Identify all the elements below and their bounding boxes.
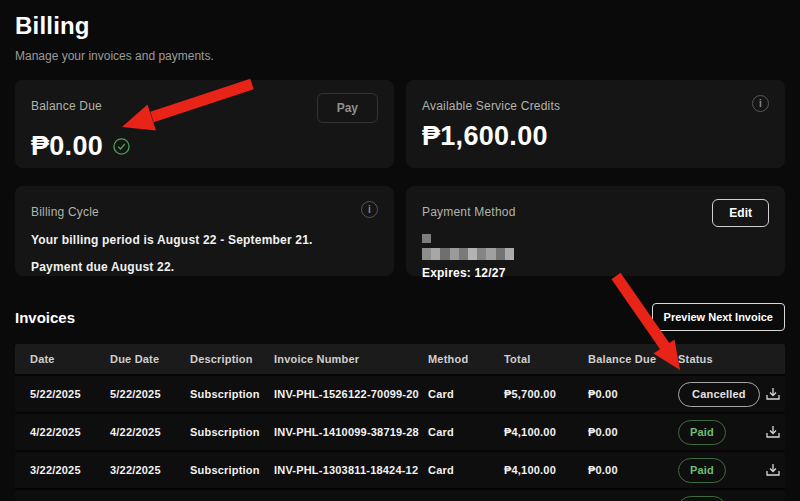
cell-balance-due: ₱0.00	[588, 464, 678, 476]
billing-cycle-card: Billing Cycle i Your billing period is A…	[15, 186, 394, 276]
cell-balance-due: ₱0.00	[588, 388, 678, 400]
card-brand-redacted	[422, 234, 431, 243]
download-invoice-button[interactable]	[763, 422, 783, 442]
status-badge: Cancelled	[678, 382, 760, 407]
billing-page: Billing Manage your invoices and payment…	[0, 0, 800, 501]
cell-date: 4/22/2025	[30, 426, 110, 438]
cell-method: Card	[428, 464, 504, 476]
status-badge: Paid	[678, 458, 726, 483]
cell-date: 5/22/2025	[30, 388, 110, 400]
edit-payment-button[interactable]: Edit	[712, 199, 769, 227]
cell-description: Subscription	[190, 426, 274, 438]
balance-due-label: Balance Due	[31, 93, 102, 113]
info-icon[interactable]: i	[752, 95, 769, 112]
cell-total: ₱5,700.00	[504, 388, 588, 400]
col-status: Status	[678, 353, 760, 365]
table-header-row: Date Due Date Description Invoice Number…	[15, 344, 785, 374]
billing-cycle-label: Billing Cycle	[31, 199, 99, 219]
summary-cards: Balance Due Pay ₱0.00 Available Service …	[15, 80, 785, 276]
cell-total: ₱4,100.00	[504, 426, 588, 438]
payment-method-label: Payment Method	[422, 199, 516, 219]
table-row: 4/22/2025 4/22/2025 Subscription INV-PHL…	[15, 412, 785, 450]
table-row: 2/22/2025 2/22/2025 Subscription INV-PHL…	[15, 488, 785, 501]
cell-invoice-number: INV-PHL-1526122-70099-20	[274, 388, 428, 400]
card-number-redacted	[422, 248, 514, 260]
col-method: Method	[428, 353, 504, 365]
page-subtitle: Manage your invoices and payments.	[15, 49, 785, 63]
status-badge: Paid	[678, 496, 726, 501]
cell-date: 3/22/2025	[30, 464, 110, 476]
col-due-date: Due Date	[110, 353, 190, 365]
cell-total: ₱4,100.00	[504, 464, 588, 476]
col-invoice-number: Invoice Number	[274, 353, 428, 365]
table-row: 5/22/2025 5/22/2025 Subscription INV-PHL…	[15, 374, 785, 412]
preview-next-invoice-button[interactable]: Preview Next Invoice	[652, 303, 785, 331]
download-invoice-button[interactable]	[763, 460, 783, 480]
page-title: Billing	[15, 12, 785, 40]
service-credits-label: Available Service Credits	[422, 93, 560, 113]
col-total: Total	[504, 353, 588, 365]
billing-period-text: Your billing period is August 22 - Septe…	[31, 233, 378, 247]
balance-due-card: Balance Due Pay ₱0.00	[15, 80, 394, 168]
invoices-header: Invoices Preview Next Invoice	[15, 303, 785, 331]
cell-description: Subscription	[190, 388, 274, 400]
col-description: Description	[190, 353, 274, 365]
service-credits-card: Available Service Credits i ₱1,600.00	[406, 80, 785, 168]
invoices-title: Invoices	[15, 309, 75, 326]
table-row: 3/22/2025 3/22/2025 Subscription INV-PHL…	[15, 450, 785, 488]
cell-due-date: 5/22/2025	[110, 388, 190, 400]
cell-method: Card	[428, 426, 504, 438]
download-icon	[765, 462, 781, 478]
col-balance-due: Balance Due	[588, 353, 678, 365]
info-icon[interactable]: i	[361, 201, 378, 218]
balance-due-value: ₱0.00	[31, 131, 103, 162]
cell-due-date: 3/22/2025	[110, 464, 190, 476]
payment-due-text: Payment due August 22.	[31, 260, 378, 274]
status-badge: Paid	[678, 420, 726, 445]
invoices-table: Date Due Date Description Invoice Number…	[15, 344, 785, 501]
card-expiry-text: Expires: 12/27	[422, 266, 769, 280]
pay-button[interactable]: Pay	[317, 93, 378, 123]
cell-method: Card	[428, 388, 504, 400]
cell-description: Subscription	[190, 464, 274, 476]
download-invoice-button[interactable]	[763, 384, 783, 404]
col-date: Date	[30, 353, 110, 365]
service-credits-value: ₱1,600.00	[422, 121, 548, 152]
download-icon	[765, 424, 781, 440]
check-circle-icon	[113, 138, 130, 155]
cell-balance-due: ₱0.00	[588, 426, 678, 438]
cell-invoice-number: INV-PHL-1410099-38719-28	[274, 426, 428, 438]
cell-due-date: 4/22/2025	[110, 426, 190, 438]
download-icon	[765, 386, 781, 402]
payment-method-card: Payment Method Edit Expires: 12/27	[406, 186, 785, 276]
cell-invoice-number: INV-PHL-1303811-18424-12	[274, 464, 428, 476]
